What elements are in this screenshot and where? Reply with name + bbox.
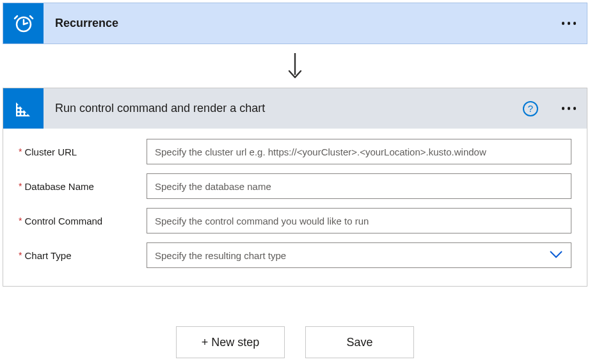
chevron-down-icon <box>549 250 563 261</box>
database-name-label: *Database Name <box>19 181 147 192</box>
trigger-card[interactable]: Recurrence <box>3 3 587 44</box>
chart-type-select[interactable]: Specify the resulting chart type <box>147 242 571 268</box>
data-explorer-icon <box>3 88 44 129</box>
svg-point-11 <box>17 105 20 107</box>
control-command-row: *Control Command <box>19 208 571 233</box>
chart-type-row: *Chart Type Specify the resulting chart … <box>19 242 571 268</box>
svg-point-6 <box>17 113 20 115</box>
action-form: *Cluster URL *Database Name *Control Com… <box>3 129 587 286</box>
svg-point-7 <box>21 113 24 115</box>
action-menu-button[interactable] <box>551 107 587 109</box>
trigger-menu-button[interactable] <box>551 22 587 24</box>
control-command-input[interactable] <box>147 208 571 233</box>
svg-point-9 <box>17 109 20 111</box>
action-card: Run control command and render a chart ?… <box>3 88 587 287</box>
action-header[interactable]: Run control command and render a chart ? <box>3 88 587 129</box>
save-button[interactable]: Save <box>305 326 414 358</box>
control-command-label: *Control Command <box>19 216 147 226</box>
trigger-title: Recurrence <box>44 17 551 30</box>
cluster-url-input[interactable] <box>147 139 571 164</box>
help-button[interactable]: ? <box>523 101 538 116</box>
cluster-url-row: *Cluster URL <box>19 139 571 164</box>
footer-buttons: + New step Save <box>3 326 587 358</box>
action-title: Run control command and render a chart <box>44 102 523 115</box>
database-name-row: *Database Name <box>19 173 571 199</box>
clock-icon <box>3 3 44 44</box>
new-step-button[interactable]: + New step <box>176 326 285 358</box>
cluster-url-label: *Cluster URL <box>19 146 147 157</box>
database-name-input[interactable] <box>147 173 571 199</box>
svg-point-8 <box>25 113 28 115</box>
chart-type-label: *Chart Type <box>19 250 147 261</box>
svg-point-10 <box>21 109 24 111</box>
connector-arrow <box>3 44 587 88</box>
chart-type-placeholder: Specify the resulting chart type <box>155 250 286 261</box>
